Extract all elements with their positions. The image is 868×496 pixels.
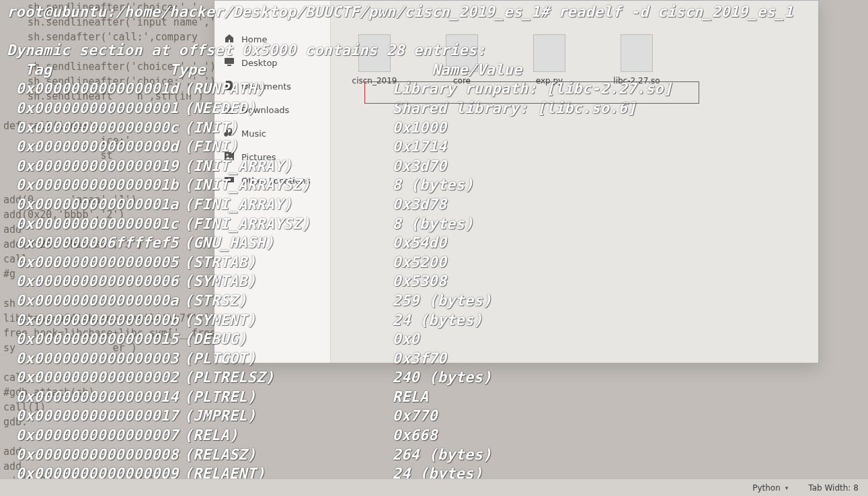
sidebar-item-label: Documents	[241, 81, 291, 92]
other-icon	[224, 174, 235, 187]
file-label: exp.py	[519, 76, 580, 85]
desktop-icon	[224, 57, 235, 69]
sidebar-item-label: Music	[241, 129, 266, 139]
file-label: ciscn_2019	[344, 76, 405, 85]
documents-icon	[224, 80, 235, 93]
tabwidth-label: Tab Width:	[808, 483, 851, 493]
file-icon	[533, 34, 565, 72]
file-icon	[621, 34, 653, 72]
sidebar-item-label: Pictures	[241, 152, 276, 162]
file-manager-window: HomeDesktopDocumentsDownloadsMusicPictur…	[214, 0, 819, 363]
sidebar-item-pictures[interactable]: Pictures	[214, 145, 330, 169]
statusbar-language[interactable]: Python	[752, 483, 788, 493]
sidebar-item-label: Downloads	[241, 105, 289, 115]
pictures-icon	[224, 151, 235, 164]
svg-point-5	[228, 178, 231, 181]
downloads-icon	[224, 104, 235, 116]
home-icon	[224, 33, 235, 46]
sidebar-item-documents[interactable]: Documents	[214, 75, 330, 98]
svg-rect-0	[225, 58, 234, 64]
file-label: libc-2.27.so	[606, 76, 667, 85]
sidebar-item-label: Desktop	[241, 58, 278, 68]
file-icon	[358, 34, 391, 72]
svg-point-3	[227, 154, 229, 156]
sidebar-item-home[interactable]: Home	[214, 28, 330, 51]
tabwidth-value: 8	[853, 483, 859, 493]
sidebar-item-desktop[interactable]: Desktop	[214, 51, 330, 75]
music-icon	[224, 127, 235, 140]
file-libc-2.27.so[interactable]: libc-2.27.so	[606, 34, 667, 329]
sidebar-item-label: Other Locations	[241, 176, 311, 186]
file-icon	[446, 34, 478, 72]
file-ciscn_2019[interactable]: ciscn_2019	[344, 34, 405, 329]
sidebar-item-other[interactable]: Other Locations	[214, 169, 330, 192]
file-core[interactable]: core	[432, 34, 492, 329]
sidebar-item-downloads[interactable]: Downloads	[214, 98, 330, 122]
file-manager-sidebar[interactable]: HomeDesktopDocumentsDownloadsMusicPictur…	[214, 1, 331, 363]
sidebar-item-label: Home	[241, 34, 267, 44]
editor-statusbar: Python Tab Width: 8	[0, 479, 868, 496]
sidebar-item-music[interactable]: Music	[214, 122, 330, 145]
file-manager-main[interactable]: ciscn_2019coreexp.pylibc-2.27.so	[331, 1, 818, 363]
statusbar-tabwidth[interactable]: Tab Width: 8	[808, 483, 859, 493]
file-exp.py[interactable]: exp.py	[519, 34, 580, 329]
svg-rect-1	[227, 65, 231, 66]
file-label: core	[432, 76, 492, 85]
